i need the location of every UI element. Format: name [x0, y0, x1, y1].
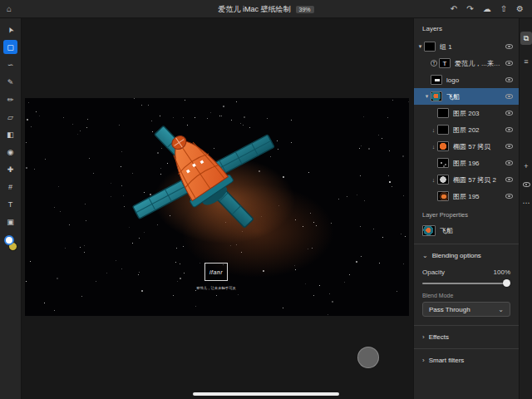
undo-icon[interactable]: ↶	[451, 5, 457, 13]
blend-mode-label: Blend Mode	[422, 293, 510, 298]
layer-name: 飞船	[446, 92, 505, 101]
canvas-workspace[interactable]: ifanr 爱范儿，让未来触手可及	[22, 18, 413, 399]
ifanr-logo-text: ifanr	[209, 269, 223, 275]
layer-row-ellipse-copy[interactable]: ↓ 椭圆 57 拷贝	[414, 138, 519, 155]
layer-row-ship-selected[interactable]: ▾ 飞船	[414, 88, 519, 105]
home-icon[interactable]: ⌂	[7, 5, 12, 13]
effects-label: Effects	[429, 333, 449, 341]
place-image-tool-button[interactable]: ▣	[3, 214, 17, 229]
type-tool-button[interactable]: T	[3, 197, 17, 211]
layer-name: 椭圆 57 拷贝	[453, 142, 505, 151]
lasso-tool-button[interactable]: ∽	[3, 57, 17, 71]
visibility-eye-icon[interactable]	[505, 160, 513, 165]
slider-knob[interactable]	[503, 279, 510, 287]
layer-thumbnail	[431, 91, 442, 101]
crop-tool-button[interactable]: #	[3, 180, 17, 194]
healing-brush-tool-button[interactable]: ✚	[3, 162, 17, 176]
layer-name: 爱范儿，...来触手可及	[455, 59, 505, 68]
effects-section[interactable]: › Effects	[414, 326, 519, 348]
layer-name: 图层 203	[453, 109, 505, 118]
move-cursor-icon: ➤	[5, 25, 15, 34]
blending-options-label: Blending options	[432, 252, 481, 259]
layer-thumbnail	[424, 42, 436, 52]
layer-thumbnail	[437, 141, 449, 151]
chevron-right-icon: ›	[422, 357, 425, 364]
paint-bucket-icon: ◧	[7, 131, 14, 139]
clipping-mask-arrow-icon: ↓	[430, 177, 437, 183]
foreground-color-swatch[interactable]	[4, 235, 14, 245]
clone-stamp-icon: ◉	[7, 148, 14, 156]
layer-row-ellipse-copy-2[interactable]: ↓ 椭圆 57 拷贝 2	[414, 171, 519, 188]
more-options-icon[interactable]: ⋯	[520, 196, 532, 209]
layer-name: 图层 202	[453, 126, 505, 135]
visibility-eye-icon[interactable]	[505, 94, 513, 99]
layer-row-195[interactable]: 图层 195	[414, 188, 519, 204]
zoom-level-badge[interactable]: 39%	[296, 6, 314, 13]
brush-tool-button[interactable]: ✎	[3, 75, 17, 89]
brush-icon: ✎	[7, 78, 14, 86]
selected-layer-thumbnail	[422, 225, 436, 236]
blend-mode-dropdown[interactable]: Pass Through ⌄	[422, 302, 510, 317]
layer-name: 组 1	[440, 42, 505, 52]
eraser-icon: ▱	[7, 113, 13, 121]
color-wells[interactable]	[2, 235, 19, 252]
eye-icon	[523, 182, 530, 187]
layer-row-text[interactable]: T 爱范儿，...来触手可及	[414, 55, 519, 71]
touch-shortcut-button[interactable]	[357, 347, 379, 368]
clone-stamp-tool-button[interactable]: ◉	[3, 145, 17, 159]
layer-name: 图层 196	[453, 159, 505, 168]
cloud-sync-icon[interactable]: ☁	[483, 5, 491, 13]
visibility-eye-icon[interactable]	[505, 111, 513, 116]
spacecraft-artwork	[121, 111, 303, 252]
layer-row-group-1[interactable]: ▾ 组 1	[414, 38, 519, 55]
right-taskbar: ⧉ ≡ + ⋯	[519, 18, 532, 399]
layer-properties-section: Layer Properties 飞船	[414, 204, 519, 244]
opacity-label: Opacity	[422, 268, 445, 276]
eraser-tool-button[interactable]: ▱	[3, 110, 17, 124]
marquee-icon: ▢	[7, 43, 14, 52]
layer-row-202[interactable]: ↓ 图层 202	[414, 121, 519, 138]
visibility-eye-icon[interactable]	[505, 77, 513, 82]
visibility-eye-icon[interactable]	[505, 177, 513, 182]
tool-bar: ➤ ▢ ∽ ✎ ✏ ▱ ◧ ◉ ✚ # T ▣	[0, 18, 22, 399]
layer-name: logo	[446, 76, 505, 84]
pencil-icon: ✏	[7, 96, 14, 104]
chevron-down-icon[interactable]: ▾	[423, 93, 431, 100]
visibility-eye-icon[interactable]	[505, 61, 513, 66]
blending-options-section[interactable]: ⌄ Blending options	[414, 244, 519, 267]
opacity-slider[interactable]	[422, 279, 510, 288]
layer-visibility-icon[interactable]	[520, 178, 532, 191]
layers-panel-toggle-icon[interactable]: ⧉	[520, 32, 532, 45]
chevron-right-icon: ›	[422, 334, 425, 341]
visibility-eye-icon[interactable]	[505, 194, 513, 199]
layers-panel: Layers ▾ 组 1 T 爱范儿，...来触手可及 logo ▾ 飞船	[413, 18, 519, 399]
layer-thumbnail	[431, 75, 442, 85]
properties-panel-toggle-icon[interactable]: ≡	[520, 55, 532, 68]
export-share-icon[interactable]: ⇧	[500, 5, 507, 13]
layers-panel-title: Layers	[414, 18, 519, 38]
visibility-eye-icon[interactable]	[505, 44, 513, 49]
layer-row-203[interactable]: 图层 203	[414, 105, 519, 121]
visibility-eye-icon[interactable]	[505, 144, 513, 149]
settings-gear-icon[interactable]: ⚙	[516, 5, 524, 13]
text-layer-badge-icon: T	[431, 60, 437, 66]
move-tool-button[interactable]: ➤	[3, 22, 17, 37]
crop-icon: #	[8, 183, 12, 191]
pencil-tool-button[interactable]: ✏	[3, 92, 17, 106]
redo-icon[interactable]: ↷	[466, 5, 473, 13]
selected-layer-name: 飞船	[440, 226, 453, 235]
healing-brush-icon: ✚	[7, 165, 14, 174]
layer-row-196[interactable]: 图层 196	[414, 155, 519, 171]
smart-filters-label: Smart filters	[429, 357, 465, 364]
smart-filters-section[interactable]: › Smart filters	[414, 349, 519, 372]
visibility-eye-icon[interactable]	[505, 127, 513, 132]
home-indicator[interactable]	[193, 392, 339, 396]
chevron-down-icon[interactable]: ▾	[416, 43, 424, 50]
add-layer-icon[interactable]: +	[520, 160, 532, 173]
opacity-value: 100%	[494, 268, 510, 276]
layer-row-logo[interactable]: logo	[414, 71, 519, 88]
fill-tool-button[interactable]: ◧	[3, 127, 17, 141]
transform-select-tool-button[interactable]: ▢	[3, 40, 17, 54]
artboard[interactable]: ifanr 爱范儿，让未来触手可及	[25, 98, 409, 316]
lasso-icon: ∽	[7, 61, 14, 69]
